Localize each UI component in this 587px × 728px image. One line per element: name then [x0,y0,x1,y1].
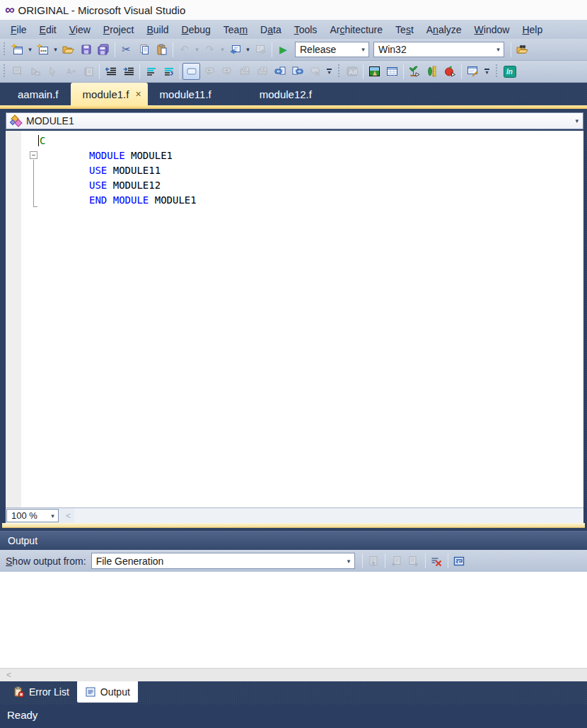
next-bookmark-button[interactable] [218,63,236,80]
goto-previous-message-button[interactable] [388,553,405,570]
toolbar-grip[interactable] [495,64,499,78]
find-in-files-icon [516,44,528,55]
menu-file[interactable]: File [4,22,33,37]
intel-inspector-button[interactable]: In [501,63,518,80]
menu-team[interactable]: Team [217,22,254,37]
display-object-member-list-button[interactable] [8,63,26,80]
dropdown-caret-icon[interactable]: ▾ [26,46,34,53]
undo-button[interactable]: ↶ [175,41,193,58]
display-parameter-info-button[interactable] [26,63,44,80]
close-icon[interactable]: × [135,90,141,98]
undo-caret-icon[interactable]: ▾ [193,46,201,53]
display-word-completion-button[interactable]: A [62,63,79,80]
zoom-combo[interactable]: 100 % ▾ [6,509,59,522]
save-all-button[interactable] [95,41,112,58]
navigate-backward-button[interactable] [226,41,244,58]
dropdown-caret-icon[interactable]: ▾ [52,46,59,53]
forms-tool-button[interactable] [383,63,401,80]
output-panel-titlebar[interactable]: Output [0,531,587,550]
menu-window[interactable]: Window [468,22,516,37]
find-message-button[interactable] [365,553,383,570]
tab-output[interactable]: Output [77,681,138,703]
chevron-down-icon: ▾ [47,512,58,519]
apple-tool-button[interactable] [441,63,459,80]
next-bookmark-in-folder-button[interactable] [253,63,271,80]
paste-button[interactable] [153,41,170,58]
toolbar-options-button[interactable]: ▾ [325,69,334,75]
scroll-left-arrow-icon[interactable]: < [3,670,15,680]
menu-test[interactable]: Test [389,22,420,37]
menu-analyze[interactable]: Analyze [420,22,468,37]
type-navigation-combo[interactable]: MODULE1 ▾ [6,112,583,129]
horizontal-scrollbar-track[interactable] [74,508,583,523]
output-content[interactable] [0,572,587,668]
menu-view[interactable]: View [63,22,97,37]
output-source-combo[interactable]: File Generation ▾ [91,553,355,569]
output-source-value: File Generation [92,556,344,567]
tab-module11[interactable]: module11.f [148,83,223,105]
toggle-bookmark-button[interactable] [182,63,200,80]
toolbar-grip[interactable] [3,42,6,57]
fold-collapse-button[interactable]: − [30,151,37,159]
menu-architecture[interactable]: Architecture [323,22,389,37]
tab-aamain[interactable]: aamain.f [6,83,71,105]
selection-margin[interactable] [6,131,21,507]
paste-icon [156,44,168,55]
configuration-value: Release [296,44,358,55]
seedling-tool-button[interactable] [406,63,424,80]
previous-bookmark-in-folder-button[interactable] [236,63,253,80]
menu-edit[interactable]: Edit [33,22,63,37]
cut-button[interactable]: ✂ [117,41,135,58]
uncomment-button[interactable] [160,63,178,80]
copy-button[interactable] [135,41,153,58]
menu-project[interactable]: Project [97,22,141,37]
redo-button[interactable]: ↷ [201,41,219,58]
decrease-indent-button[interactable] [102,63,120,80]
find-in-files-button[interactable] [513,41,531,58]
tab-error-list[interactable]: Error List [6,681,77,703]
comment-out-button[interactable] [142,63,160,80]
code-line: USE MODULE11 [21,163,583,178]
add-new-item-button[interactable] [34,41,52,58]
menu-help[interactable]: Help [516,22,549,37]
navigate-caret-icon[interactable]: ▾ [244,46,252,53]
menu-data[interactable]: Data [254,22,288,37]
form-wrench-tool-button[interactable] [464,63,482,80]
navigate-forward-button[interactable] [252,41,269,58]
toggle-outlining-button[interactable] [79,63,97,80]
ad-tool-button[interactable]: Ad [343,63,361,80]
tab-module1[interactable]: module1.f× [71,83,148,105]
menu-tools[interactable]: Tools [288,22,324,37]
platform-combo[interactable]: Win32 ▾ [373,42,504,57]
redo-caret-icon[interactable]: ▾ [219,46,226,53]
toolbar-options-button[interactable]: ▾ [482,69,492,75]
run-icon: ▶ [279,44,287,55]
open-file-button[interactable] [59,41,77,58]
clear-bookmarks-button[interactable] [306,63,324,80]
toolbar-grip[interactable] [337,64,341,78]
menu-debug[interactable]: Debug [175,22,217,37]
save-button[interactable] [77,41,95,58]
previous-bookmark-in-document-button[interactable] [271,63,289,80]
previous-bookmark-button[interactable] [200,63,218,80]
increase-indent-icon [123,66,134,77]
scroll-left-arrow-icon[interactable]: < [62,511,74,521]
measure-tool-button[interactable] [424,63,441,80]
display-quick-info-button[interactable] [44,63,62,80]
text-caret [38,135,39,146]
chevron-down-icon: ▾ [485,71,488,75]
picture-tool-button[interactable] [366,63,383,80]
intel-inspector-icon: In [504,66,516,78]
code-editor[interactable]: − C MODULE MODULE1 USE MODULE11 USE MODU… [21,131,583,507]
toolbar-grip[interactable] [3,64,6,78]
configuration-combo[interactable]: Release ▾ [295,42,369,57]
goto-next-message-button[interactable] [405,553,423,570]
tab-module12[interactable]: module12.f [248,83,324,105]
new-project-button[interactable] [8,41,26,58]
menu-build[interactable]: Build [140,22,175,37]
start-button[interactable]: ▶ [274,41,292,58]
increase-indent-button[interactable] [120,63,137,80]
word-wrap-button[interactable] [451,553,468,570]
clear-all-button[interactable] [428,553,446,570]
next-bookmark-in-document-button[interactable] [289,63,306,80]
